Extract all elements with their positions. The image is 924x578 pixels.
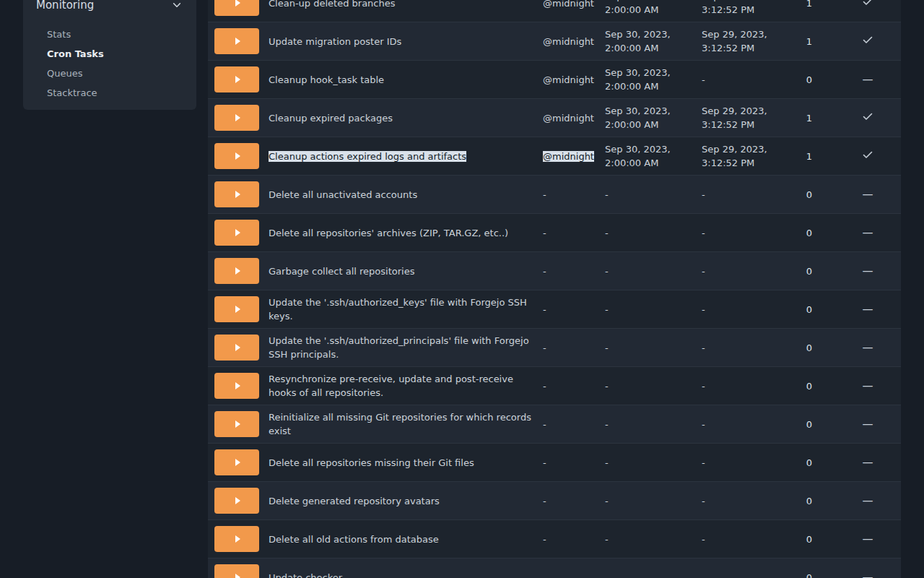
task-name-text: Update checker (269, 572, 342, 578)
run-task-button[interactable] (214, 296, 259, 322)
task-next-run: - (605, 532, 702, 546)
task-name: Reinitialize all missing Git repositorie… (269, 410, 543, 438)
run-task-button[interactable] (214, 373, 259, 399)
task-exec-count: 0 (798, 494, 820, 508)
task-schedule: - (543, 494, 605, 508)
run-task-button[interactable] (214, 564, 259, 578)
task-status: — (820, 418, 901, 431)
run-task-button[interactable] (214, 449, 259, 475)
task-name: Cleanup hook_task table (269, 73, 543, 87)
run-task-button[interactable] (214, 220, 259, 246)
task-name-text: Cleanup expired packages (269, 113, 393, 124)
run-task-button[interactable] (214, 66, 259, 92)
table-row: Delete all unactivated accounts---0— (208, 176, 901, 214)
task-name-text: Update the '.ssh/authorized_principals' … (269, 335, 529, 360)
sidebar-item-stats[interactable]: Stats (23, 25, 196, 44)
task-exec-count: 0 (798, 341, 820, 355)
monitoring-menu-header[interactable]: Monitoring (23, 0, 196, 20)
play-icon (235, 344, 240, 351)
task-schedule-text: - (543, 304, 546, 315)
sidebar-item-queues[interactable]: Queues (23, 64, 196, 83)
run-cell (208, 66, 269, 92)
task-name: Update the '.ssh/authorized_keys' file w… (269, 296, 543, 323)
task-schedule-text: - (543, 381, 546, 392)
run-cell (208, 411, 269, 437)
task-exec-count: 0 (798, 73, 820, 87)
task-schedule: @midnight (543, 35, 605, 48)
task-name: Resynchronize pre-receive, update and po… (269, 372, 543, 400)
task-prev-run: - (702, 264, 798, 278)
task-prev-run: - (702, 456, 798, 470)
table-row: Clean-up deleted branches@midnightSep 30… (208, 0, 901, 22)
task-status: — (820, 494, 901, 508)
task-next-run: - (605, 418, 702, 431)
table-row: Cleanup hook_task table@midnightSep 30, … (208, 61, 901, 99)
task-exec-count: 0 (798, 226, 820, 240)
task-next-run: Sep 30, 2023, 2:00:00 AM (605, 104, 702, 131)
sidebar-item-stacktrace[interactable]: Stacktrace (23, 83, 196, 103)
sidebar-item-cron-tasks[interactable]: Cron Tasks (23, 44, 196, 64)
run-task-button[interactable] (214, 411, 259, 437)
task-schedule-text: - (543, 496, 546, 506)
run-cell (208, 564, 269, 578)
run-task-button[interactable] (214, 181, 259, 207)
task-name-text: Delete generated repository avatars (269, 496, 440, 506)
run-cell (208, 488, 269, 514)
task-schedule: @midnight (543, 111, 605, 125)
run-task-button[interactable] (214, 105, 259, 131)
task-schedule-text: @midnight (543, 74, 594, 85)
table-row: Cleanup expired packages@midnightSep 30,… (208, 99, 901, 137)
run-task-button[interactable] (214, 488, 259, 514)
task-schedule-text: - (543, 189, 546, 200)
task-name: Delete all repositories' archives (ZIP, … (269, 226, 543, 240)
task-schedule: @midnight (543, 73, 605, 87)
task-schedule-text: - (543, 572, 546, 578)
run-cell (208, 143, 269, 169)
play-icon (235, 229, 240, 236)
task-schedule-text: @midnight (543, 36, 594, 47)
no-run-dash: — (863, 379, 873, 393)
task-schedule-text: - (543, 342, 546, 353)
run-task-button[interactable] (214, 28, 259, 54)
task-name: Update the '.ssh/authorized_principals' … (269, 334, 543, 361)
task-next-run: - (605, 226, 702, 240)
task-name: Garbage collect all repositories (269, 264, 543, 278)
task-next-run: Sep 30, 2023, 2:00:00 AM (605, 0, 702, 17)
no-run-dash: — (863, 571, 873, 578)
no-run-dash: — (863, 264, 873, 278)
task-schedule-text: - (543, 457, 546, 468)
run-cell (208, 373, 269, 399)
cron-tasks-table: Clean-up deleted branches@midnightSep 30… (208, 0, 901, 578)
run-cell (208, 258, 269, 284)
play-icon (235, 574, 240, 578)
task-exec-count: 0 (798, 264, 820, 278)
task-name-text: Clean-up deleted branches (269, 0, 396, 9)
task-name-text: Delete all repositories missing their Gi… (269, 457, 474, 468)
run-task-button[interactable] (214, 258, 259, 284)
task-name: Cleanup expired packages (269, 111, 543, 125)
task-name-text: Resynchronize pre-receive, update and po… (269, 374, 513, 398)
task-schedule: - (543, 379, 605, 393)
play-icon (235, 497, 240, 504)
monitoring-menu-panel: Monitoring StatsCron TasksQueuesStacktra… (23, 0, 196, 110)
task-exec-count: 0 (798, 188, 820, 202)
table-row: Resynchronize pre-receive, update and po… (208, 367, 901, 405)
monitoring-menu-items: StatsCron TasksQueuesStacktrace (23, 25, 196, 103)
table-row: Delete all repositories missing their Gi… (208, 444, 901, 482)
task-status: — (820, 456, 901, 470)
task-exec-count: 0 (798, 571, 820, 578)
task-exec-count: 0 (798, 379, 820, 393)
task-next-run: - (605, 303, 702, 316)
task-name-text: Reinitialize all missing Git repositorie… (269, 412, 531, 436)
task-prev-run: - (702, 494, 798, 508)
task-name-text: Update migration poster IDs (269, 36, 401, 47)
success-check-icon (862, 149, 873, 164)
run-task-button[interactable] (214, 0, 259, 16)
run-task-button[interactable] (214, 335, 259, 361)
run-task-button[interactable] (214, 526, 259, 552)
task-status: — (820, 188, 901, 202)
run-task-button[interactable] (214, 143, 259, 169)
task-schedule-text: @midnight (543, 0, 594, 9)
task-prev-run: - (702, 73, 798, 87)
table-row: Garbage collect all repositories---0— (208, 252, 901, 290)
